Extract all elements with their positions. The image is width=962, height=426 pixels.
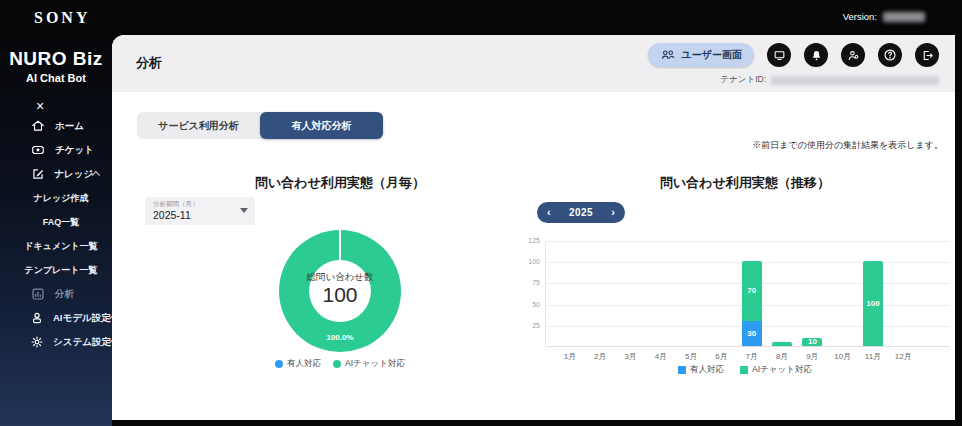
settings-icon xyxy=(30,335,44,349)
sidebar-item-label: ホーム xyxy=(55,120,84,133)
sidebar-item[interactable]: 分析 xyxy=(0,282,112,306)
y-axis-line xyxy=(545,241,546,347)
bar-8月 xyxy=(772,342,792,346)
sidebar-subitem[interactable]: テンプレート一覧 xyxy=(0,258,112,282)
bar-segment: 10 xyxy=(802,338,822,346)
logout-icon xyxy=(921,49,934,62)
sidebar-nav: ホームチケットナレッジナレッジ作成FAQ一覧ドキュメント一覧テンプレート一覧分析… xyxy=(0,114,112,354)
legend-swatch xyxy=(275,360,283,368)
analytics-icon xyxy=(30,287,46,301)
donut-slice-percentage: 100.0% xyxy=(280,333,400,342)
tenant-id-redacted xyxy=(771,76,939,85)
y-axis-tick: 50 xyxy=(514,301,540,308)
period-select[interactable]: 分析期間（月） 2025-11 xyxy=(145,197,255,225)
sidebar-item-label: FAQ一覧 xyxy=(43,216,80,229)
year-navigator: ‹ 2025 › xyxy=(537,202,625,223)
sidebar-item[interactable]: AIモデル設定 xyxy=(0,306,112,330)
next-year-button[interactable]: › xyxy=(611,207,615,218)
home-icon xyxy=(30,119,46,133)
donut-center-value: 100 xyxy=(260,283,420,307)
help-button[interactable] xyxy=(878,43,902,67)
period-select-label: 分析期間（月） xyxy=(153,200,199,209)
trend-chart-title: 問い合わせ利用実態（推移） xyxy=(535,174,955,192)
sidebar-item-label: ナレッジ作成 xyxy=(34,192,89,205)
x-axis-tick: 2月 xyxy=(584,351,616,362)
version-value-redacted xyxy=(883,12,925,22)
sidebar-close-icon[interactable]: × xyxy=(36,98,44,114)
legend-swatch xyxy=(678,366,686,374)
x-axis-tick: 5月 xyxy=(675,351,707,362)
ticket-icon xyxy=(30,143,46,157)
caret-down-icon xyxy=(240,208,248,213)
knowledge-icon xyxy=(30,167,45,181)
bar-segment: 100 xyxy=(863,261,883,346)
bell-icon xyxy=(810,49,823,62)
trend-chart-legend: 有人対応AIチャット対応 xyxy=(535,364,955,376)
header-icon-row: ユーザー画面 xyxy=(648,43,939,67)
bar-7月: 7030 xyxy=(742,261,762,346)
x-axis-line xyxy=(545,346,950,347)
legend-label: 有人対応 xyxy=(690,364,724,376)
sidebar-item-label: チケット xyxy=(55,144,94,157)
bell-button[interactable] xyxy=(804,43,828,67)
sidebar-item-label: システム設定 xyxy=(53,336,111,349)
monthly-chart-title: 問い合わせ利用実態（月毎） xyxy=(150,174,530,192)
y-axis-tick: 25 xyxy=(514,322,540,329)
y-axis-tick: 75 xyxy=(514,279,540,286)
sidebar-item[interactable]: ナレッジ xyxy=(0,162,112,186)
legend-swatch xyxy=(740,366,748,374)
x-axis-tick: 8月 xyxy=(766,351,798,362)
legend-label: AIチャット対応 xyxy=(752,364,812,376)
sidebar-item-label: ドキュメント一覧 xyxy=(24,240,97,253)
legend-item: AIチャット対応 xyxy=(333,358,405,370)
legend-label: AIチャット対応 xyxy=(345,358,405,370)
tab-human-response[interactable]: 有人対応分析 xyxy=(260,112,383,139)
page-title: 分析 xyxy=(136,54,162,72)
logout-button[interactable] xyxy=(915,43,939,67)
main-panel: 分析 ユーザー画面 テナントID: サービス利用分析 有人対応分析 ※前日までの… xyxy=(112,35,955,420)
x-axis-tick: 7月 xyxy=(736,351,768,362)
x-axis-tick: 10月 xyxy=(827,351,859,362)
legend-swatch xyxy=(333,360,341,368)
donut-slice-divider xyxy=(339,230,341,261)
bar-segment: 30 xyxy=(742,321,762,346)
user-settings-button[interactable] xyxy=(841,43,865,67)
gridline xyxy=(545,241,950,242)
sony-logo: SONY xyxy=(34,9,90,27)
x-axis-tick: 12月 xyxy=(887,351,919,362)
y-axis-tick: 100 xyxy=(514,258,540,265)
x-axis-tick: 6月 xyxy=(706,351,738,362)
donut-legend: 有人対応AIチャット対応 xyxy=(240,358,440,370)
window-topbar: SONY Version: xyxy=(0,0,962,35)
x-axis-tick: 1月 xyxy=(554,351,586,362)
bar-9月: 10 xyxy=(802,338,822,346)
bar-segment: 70 xyxy=(742,261,762,320)
sidebar-subitem[interactable]: ナレッジ作成 xyxy=(0,186,112,210)
bar-segment xyxy=(772,342,792,346)
x-axis-tick: 9月 xyxy=(796,351,828,362)
sidebar-item-label: AIモデル設定 xyxy=(53,312,111,325)
legend-item: 有人対応 xyxy=(678,364,724,376)
bar-11月: 100 xyxy=(863,261,883,346)
tab-service-usage[interactable]: サービス利用分析 xyxy=(137,112,260,139)
sidebar-item[interactable]: システム設定 xyxy=(0,330,112,354)
sidebar-item[interactable]: チケット xyxy=(0,138,112,162)
user-screen-button[interactable]: ユーザー画面 xyxy=(648,43,754,67)
sidebar-subitem[interactable]: ドキュメント一覧 xyxy=(0,234,112,258)
tenant-info: テナントID: xyxy=(720,74,939,86)
period-select-value: 2025-11 xyxy=(153,209,191,221)
user-screen-label: ユーザー画面 xyxy=(682,48,742,62)
x-axis-tick: 11月 xyxy=(857,351,889,362)
sidebar-subitem[interactable]: FAQ一覧 xyxy=(0,210,112,234)
help-icon xyxy=(883,48,897,62)
prev-year-button[interactable]: ‹ xyxy=(547,207,551,218)
current-year-label: 2025 xyxy=(569,207,593,218)
display-button[interactable] xyxy=(767,43,791,67)
sidebar-item[interactable]: ホーム xyxy=(0,114,112,138)
app-logo-title: NURO Biz xyxy=(0,48,112,70)
sidebar-item-label: テンプレート一覧 xyxy=(24,264,97,277)
sidebar-item-label: 分析 xyxy=(55,288,74,301)
user-settings-icon xyxy=(847,49,860,62)
tenant-label: テナントID: xyxy=(720,74,766,86)
version-label: Version: xyxy=(843,11,877,22)
